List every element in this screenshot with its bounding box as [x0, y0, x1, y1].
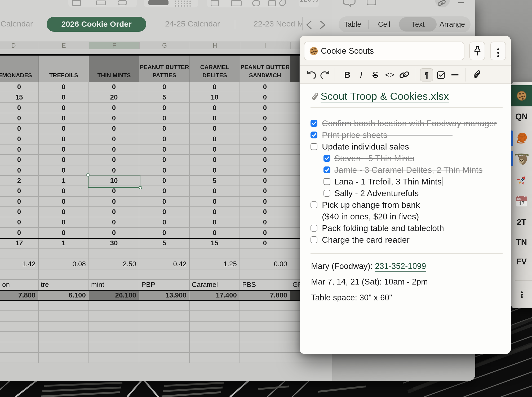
svg-text:17: 17: [519, 200, 525, 206]
svg-text:JUL: JUL: [517, 197, 522, 200]
